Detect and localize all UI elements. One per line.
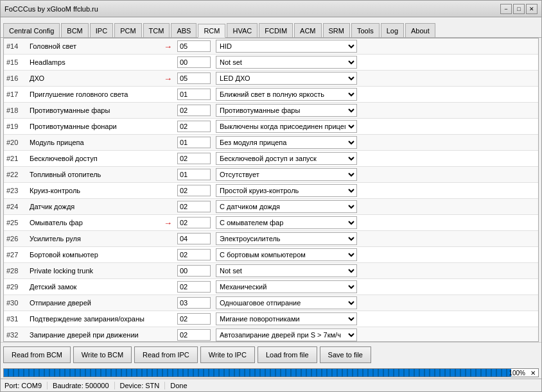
row-name: Подтверждение запирания/охраны <box>27 311 155 327</box>
main-window: FoCCCus by xGlooM ffclub.ru − □ ✕ Centra… <box>0 0 542 392</box>
tab-abs[interactable]: ABS <box>171 23 197 37</box>
row-desc-select[interactable]: Мигание поворотниками <box>216 312 357 325</box>
row-arrow <box>155 263 175 279</box>
table-row: #19Противотуманные фонариВыключены когда… <box>4 119 538 135</box>
row-desc-select[interactable]: Без модуля прицепа <box>216 136 357 149</box>
row-desc-cell: С датчиком дождя <box>213 199 538 215</box>
load-file-button[interactable]: Load from file <box>258 346 317 363</box>
row-value-input[interactable] <box>177 56 211 68</box>
row-value-input[interactable] <box>177 265 211 277</box>
row-arrow <box>155 103 175 119</box>
row-value-cell <box>175 231 213 247</box>
row-value-input[interactable] <box>177 233 211 244</box>
row-desc-cell: Not set <box>213 55 538 71</box>
row-value-input[interactable] <box>177 40 211 52</box>
row-desc-cell: Без модуля прицепа <box>213 135 538 151</box>
tab-about[interactable]: About <box>405 23 435 37</box>
tab-rcm[interactable]: RCM <box>198 24 225 38</box>
tab-fcdim[interactable]: FCDIM <box>259 23 293 37</box>
table-row: #25Омыватель фар→С омывателем фар <box>4 215 538 231</box>
row-desc-cell: С омывателем фар <box>213 215 538 231</box>
tab-acm[interactable]: ACM <box>294 23 321 37</box>
row-name: Модуль прицепа <box>27 135 155 151</box>
read-bcm-button[interactable]: Read from BCM <box>3 346 71 363</box>
window-title: FoCCCus by xGlooM ffclub.ru <box>4 5 98 13</box>
row-value-input[interactable] <box>177 217 211 228</box>
row-value-input[interactable] <box>177 329 211 341</box>
progress-area: 100% ✕ <box>1 367 541 379</box>
row-arrow <box>155 199 175 215</box>
row-desc-select[interactable]: С омывателем фар <box>216 216 357 229</box>
row-value-input[interactable] <box>177 249 211 260</box>
row-value-cell <box>175 327 213 342</box>
row-value-input[interactable] <box>177 89 211 100</box>
save-file-button[interactable]: Save to file <box>320 346 371 363</box>
read-ipc-button[interactable]: Read from IPC <box>134 346 198 363</box>
write-ipc-button[interactable]: Write to IPC <box>200 346 255 363</box>
row-desc-select[interactable]: Механический <box>216 280 357 293</box>
row-desc-select[interactable]: Простой круиз-контроль <box>216 184 357 197</box>
row-desc-cell: Мигание поворотниками <box>213 311 538 327</box>
row-desc-select[interactable]: Противотуманные фары <box>216 104 357 117</box>
row-desc-select[interactable]: Бесключевой доступ и запуск <box>216 152 357 165</box>
row-desc-select[interactable]: LED ДХО <box>216 72 357 85</box>
row-desc-select[interactable]: Автозапирание дверей при S > 7км/ч <box>216 328 357 341</box>
row-value-input[interactable] <box>177 72 211 84</box>
row-desc-cell: Электроусилитель <box>213 231 538 247</box>
tab-pcm[interactable]: PCM <box>114 23 141 37</box>
row-desc-select[interactable]: Not set <box>216 56 357 69</box>
row-desc-select[interactable]: С датчиком дождя <box>216 200 357 213</box>
row-desc-select[interactable]: Not set <box>216 264 357 277</box>
row-value-input[interactable] <box>177 169 211 180</box>
tab-srm[interactable]: SRM <box>323 23 350 37</box>
row-desc-select[interactable]: HID <box>216 40 357 53</box>
row-number: #19 <box>4 119 27 135</box>
tab-log[interactable]: Log <box>381 23 404 37</box>
write-bcm-button[interactable]: Write to BCM <box>73 346 132 363</box>
progress-close-icon[interactable]: ✕ <box>530 370 536 377</box>
row-arrow <box>155 247 175 263</box>
progress-percent: 100% <box>509 370 525 377</box>
row-desc-select[interactable]: Отсутствует <box>216 168 357 181</box>
row-value-input[interactable] <box>177 121 211 132</box>
row-desc-cell: Бесключевой доступ и запуск <box>213 151 538 167</box>
row-number: #32 <box>4 327 27 342</box>
row-value-input[interactable] <box>177 281 211 293</box>
row-value-cell <box>175 103 213 119</box>
row-value-input[interactable] <box>177 201 211 212</box>
tab-central-config[interactable]: Central Config <box>3 23 60 37</box>
row-value-input[interactable] <box>177 105 211 116</box>
tab-hvac[interactable]: HVAC <box>227 23 258 37</box>
status-bar: Port: COM9 Baudrate: 500000 Device: STN … <box>1 379 541 391</box>
row-desc-select[interactable]: Выключены когда присоединен прицеп <box>216 120 357 133</box>
row-number: #30 <box>4 295 27 311</box>
row-desc-select[interactable]: Ближний свет в полную яркость <box>216 88 357 101</box>
table-row: #18Противотуманные фарыПротивотуманные ф… <box>4 103 538 119</box>
row-desc-cell: Ближний свет в полную яркость <box>213 87 538 103</box>
row-name: Бортовой компьютер <box>27 247 155 263</box>
row-desc-select[interactable]: Одношаговое отпирание <box>216 296 357 309</box>
row-value-input[interactable] <box>177 185 211 196</box>
minimize-button[interactable]: − <box>500 4 512 14</box>
row-arrow: → <box>155 38 175 55</box>
row-name: Детский замок <box>27 279 155 295</box>
row-value-input[interactable] <box>177 297 211 309</box>
row-desc-select[interactable]: С бортовым компьютером <box>216 248 357 261</box>
tab-ipc[interactable]: IPC <box>90 23 113 37</box>
arrow-icon: → <box>164 42 172 51</box>
row-desc-select[interactable]: Электроусилитель <box>216 232 357 245</box>
tab-tools[interactable]: Tools <box>351 23 380 37</box>
close-button[interactable]: ✕ <box>526 4 538 14</box>
row-value-cell <box>175 311 213 327</box>
tab-tcm[interactable]: TCM <box>143 23 170 37</box>
row-value-cell <box>175 55 213 71</box>
row-value-input[interactable] <box>177 153 211 164</box>
row-value-input[interactable] <box>177 137 211 148</box>
maximize-button[interactable]: □ <box>513 4 525 14</box>
tab-bcm[interactable]: BCM <box>61 23 88 37</box>
config-table-container[interactable]: #14Головной свет→HID#15HeadlampsNot set#… <box>4 38 538 341</box>
row-value-input[interactable] <box>177 313 211 325</box>
content-area: #14Головной свет→HID#15HeadlampsNot set#… <box>3 38 539 342</box>
status-baudrate: Baudrate: 500000 <box>53 382 114 389</box>
table-row: #27Бортовой компьютерС бортовым компьюте… <box>4 247 538 263</box>
